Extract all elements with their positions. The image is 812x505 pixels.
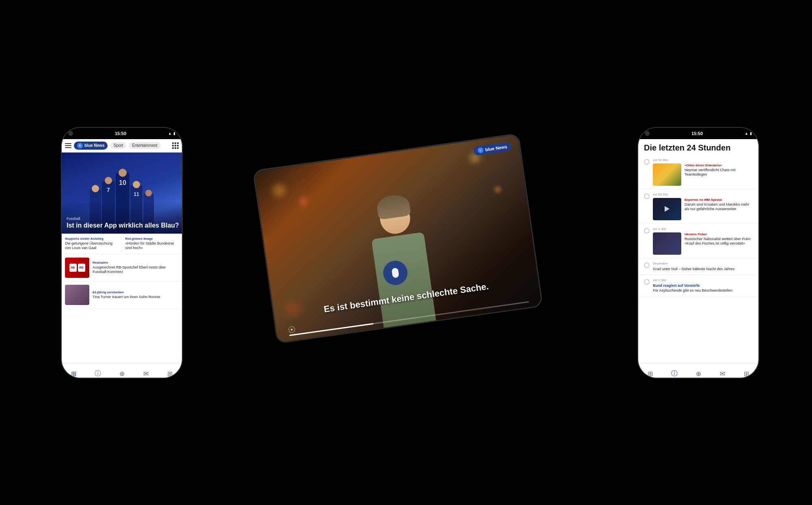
- player-head4: [133, 181, 140, 188]
- ticker-time-3: vor 1 Std.: [653, 227, 753, 231]
- article-content-rb: Realsatire Ausgerechnet RB-Sportchef Ebe…: [93, 261, 179, 275]
- ticker-radio-4: [644, 262, 650, 268]
- phone-right: 15:50 ▲ ▮ Die letzten 24 Stunden vor 54 …: [637, 127, 759, 378]
- tab-telefonbuch-left[interactable]: ⊞ Telefonbuch: [158, 370, 182, 378]
- right-screen: Die letzten 24 Stunden vor 54 Min. «Ohne…: [638, 139, 758, 378]
- article-tag-2: Rot-grünes Image: [125, 237, 179, 241]
- article-tina-tag: 62-jährig verstorben: [93, 290, 179, 294]
- tab-email-right[interactable]: ✉ E-Mail: [710, 370, 734, 378]
- video-logo-text: blue News: [485, 144, 508, 152]
- ticker-text-3: Ukraine-Ticker Russischer Nationalist we…: [685, 232, 753, 255]
- ticker-radio-5: [644, 279, 650, 285]
- tablet-screen: Es ist bestimmt keine schlechte Sache. b…: [254, 134, 542, 342]
- battery-icon-right: ▮: [750, 131, 752, 135]
- bokeh-4: [495, 186, 501, 193]
- ticker-main-3: Ukraine-Ticker Russischer Nationalist we…: [653, 232, 753, 255]
- tab-sportlive-right[interactable]: ⊕ Sport Live: [686, 370, 710, 378]
- ticker-item-5[interactable]: vor 1 Std. Bund reagiert auf Vorwürfe Fü…: [638, 275, 758, 297]
- player-head5: [145, 190, 152, 196]
- tab-news-right[interactable]: ⊞ News: [638, 370, 662, 378]
- sportlive-icon-left: ⊕: [119, 370, 125, 378]
- article-title-2: «Hürden für Städte Bundesrat sind hoch»: [125, 241, 179, 251]
- wifi-icon-right: ▲: [745, 131, 748, 135]
- tab-email-left[interactable]: ✉ E-Mail: [134, 370, 158, 378]
- hamburger-menu[interactable]: [65, 143, 71, 148]
- video-logo-icon: b: [477, 147, 484, 153]
- ticker-time-1: vor 54 Min.: [653, 158, 753, 162]
- jersey-number-7: 7: [102, 184, 115, 193]
- ticker-tag-2: Experten im WM-Spezial: [685, 198, 753, 202]
- article-tag-1: Nopperts steiler Aufstieg: [65, 237, 119, 241]
- jersey-number-11: 11: [130, 188, 143, 197]
- notch-left: 15:50 ▲ ▮: [62, 128, 182, 139]
- ticker-img-kroatien: [653, 198, 681, 220]
- article-content-tina: 62-jährig verstorben Tina Turner trauert…: [93, 290, 179, 300]
- kroatien-bg: [653, 198, 681, 220]
- article-halb-2[interactable]: Rot-grünes Image «Hürden für Städte Bund…: [122, 234, 182, 254]
- bokeh-2: [299, 197, 308, 206]
- tablet: Es ist bestimmt keine schlechte Sache. b…: [253, 133, 542, 344]
- play-pause-btn[interactable]: [288, 326, 296, 333]
- entertainment-tab[interactable]: Entertainment: [129, 142, 160, 149]
- article-rb[interactable]: RB RB Realsatire Ausgerechnet RB-Sportch…: [62, 254, 182, 282]
- time-left: 15:50: [115, 131, 126, 136]
- ticker-title-3: Russischer Nationalist wettert über Puti…: [685, 237, 753, 246]
- video-logo: b blue News: [473, 142, 512, 156]
- ticker-item-3[interactable]: vor 1 Std. Ukraine-Ticker Russischer Nat…: [638, 224, 758, 258]
- mic-body: [391, 267, 399, 278]
- nav-bar-left: b blue News Sport Entertainment: [62, 139, 182, 153]
- rb-logo-2: RB: [78, 264, 85, 272]
- notch-right: 15:50 ▲ ▮: [638, 128, 758, 139]
- ticker-main-2: Experten im WM-Spezial Darum sind Kroati…: [653, 198, 753, 220]
- ticker-item-4[interactable]: Dezember Grad unter Null – bisher kältes…: [638, 258, 758, 275]
- hero-category: Fussball: [67, 217, 179, 221]
- play-icon-kroatien: [665, 206, 669, 212]
- grid-menu[interactable]: [172, 142, 179, 149]
- ticker-item-2[interactable]: vor 59 Min. Experten im WM-Spezial Darum…: [638, 189, 758, 224]
- ticker-time-4: Dezember: [653, 262, 753, 265]
- tab-telefonbuch-right[interactable]: ⊞ Telefonbuch: [734, 370, 758, 378]
- ticker-tag-3: Ukraine-Ticker: [685, 232, 753, 236]
- hero-title: Ist in dieser App wirklich alles Blau?: [67, 221, 179, 229]
- scene: 15:50 ▲ ▮ b blue News Sport Entertainmen…: [0, 0, 812, 505]
- ticker-text-4: Grad unter Null – bisher kälteste Nacht …: [653, 267, 753, 272]
- ticker-img-ukraine: [653, 232, 681, 255]
- tab-news-left[interactable]: ⊞ News: [62, 370, 86, 378]
- ticker-body-5: vor 1 Std. Bund reagiert auf Vorwürfe Fü…: [653, 278, 753, 293]
- camera-icon: [68, 131, 73, 136]
- tab-sportlive-left[interactable]: ⊕ Sport Live: [110, 370, 134, 378]
- player-head: [92, 185, 99, 192]
- article-rb-title: Ausgerechnet RB-Sportchef Eberl motzt üb…: [93, 265, 179, 275]
- tab-newsticker-right[interactable]: ⓘ News-Ticker: [662, 370, 686, 378]
- rb-logo-1: RB: [69, 264, 77, 272]
- tab-newsticker-left[interactable]: ⓘ News-Ticker: [86, 370, 110, 378]
- sport-tab[interactable]: Sport: [110, 142, 126, 149]
- article-thumb-tina: [65, 285, 89, 305]
- wifi-icon: ▲: [168, 131, 172, 135]
- article-halb-1[interactable]: Nopperts steiler Aufstieg Die gelungene …: [62, 234, 122, 254]
- logo-pill[interactable]: b blue News: [74, 142, 108, 150]
- player-head3: [119, 169, 127, 177]
- status-icons-right: ▲ ▮: [745, 131, 752, 135]
- hero-background: 7 10 11: [62, 153, 182, 234]
- logo-label: blue News: [84, 143, 104, 148]
- ticker-radio-1: [644, 159, 650, 165]
- tab-bar-right: ⊞ News ⓘ News-Ticker ⊕ Sport Live ✉ E-Ma…: [638, 363, 758, 378]
- email-icon-left: ✉: [143, 370, 149, 378]
- player-head2: [105, 177, 112, 184]
- ticker-item-1[interactable]: vor 54 Min. «Ohne deren Erlaubnis» Neyma…: [638, 155, 758, 189]
- bokeh-1: [272, 183, 286, 197]
- person-head-area: [374, 193, 416, 238]
- article-tina[interactable]: 62-jährig verstorben Tina Turner trauert…: [62, 282, 182, 309]
- rb-thumb-bg: RB RB: [65, 258, 89, 278]
- hero-text: Fussball Ist in dieser App wirklich alle…: [67, 217, 179, 229]
- hero-image[interactable]: 7 10 11: [62, 153, 182, 234]
- articles-list: Nopperts steiler Aufstieg Die gelungene …: [62, 234, 182, 363]
- email-icon-right: ✉: [720, 370, 725, 378]
- ticker-body-4: Dezember Grad unter Null – bisher kältes…: [653, 262, 753, 272]
- news-ticker-content: vor 54 Min. «Ohne deren Erlaubnis» Neyma…: [638, 155, 758, 363]
- tab-bar-left: ⊞ News ⓘ News-Ticker ⊕ Sport Live ✉ E-Ma…: [62, 363, 182, 378]
- article-title-1: Die gelungene Überraschung von Louis van…: [65, 241, 119, 251]
- tablet-container: Es ist bestimmt keine schlechte Sache. b…: [264, 151, 548, 354]
- tina-thumb-bg: [65, 285, 89, 305]
